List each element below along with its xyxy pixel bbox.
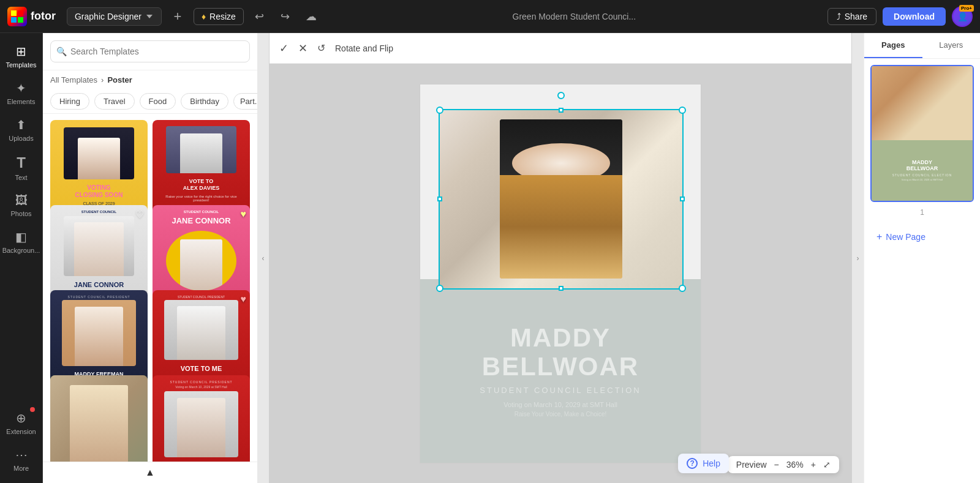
canvas-document: MADDY BELLWOAR STUDENT COUNCIL ELECTION … [420, 84, 701, 463]
topbar: fotor Graphic Designer + ♦ Resize ↩ ↪ ☁ … [0, 0, 980, 33]
new-page-button[interactable]: + New Page [872, 227, 973, 247]
undo-button[interactable]: ↩ [250, 7, 270, 26]
confirm-button[interactable]: ✓ [279, 42, 288, 55]
tag-birthday[interactable]: Birthday [181, 93, 228, 110]
elements-icon: ✦ [16, 81, 26, 95]
resize-button[interactable]: ♦ Resize [194, 8, 244, 25]
template-panel: 🔍 All Templates › Poster Hiring Travel F… [43, 33, 257, 483]
designer-dropdown-button[interactable]: Graphic Designer [67, 7, 162, 26]
more-icon: ⋯ [15, 447, 28, 462]
avatar-badge: Pro+ [959, 5, 974, 12]
redo-button[interactable]: ↪ [276, 7, 295, 26]
fotor-logo: fotor [7, 7, 56, 26]
main-layout: ⊞ Templates ✦ Elements ⬆ Uploads T Text … [0, 33, 980, 483]
extension-icon: ⊕ [16, 411, 26, 425]
tab-layers[interactable]: Layers [922, 33, 981, 58]
canvas-name-line1: MADDY [510, 324, 611, 352]
page-number: 1 [864, 208, 980, 219]
sidebar-label-more: More [13, 465, 29, 472]
canvas-voting-text: Voting on March 10, 2029 at SMT Hall [503, 401, 617, 408]
card-6-heart: ♥ [241, 294, 247, 305]
tag-food[interactable]: Food [140, 93, 176, 110]
thumb-subtitle: STUDENT COUNCIL ELECTION [892, 173, 952, 177]
new-page-label: New Page [886, 232, 925, 242]
tag-more-button[interactable]: Part... [233, 93, 257, 110]
zoom-expand-icon[interactable]: ⤢ [823, 460, 831, 470]
fotor-logo-text: fotor [31, 10, 56, 23]
sidebar-item-templates[interactable]: ⊞ Templates [3, 39, 40, 73]
photos-icon: 🖼 [15, 193, 28, 208]
help-label: Help [703, 459, 720, 468]
designer-label: Graphic Designer [75, 12, 141, 21]
svg-rect-1 [18, 10, 23, 16]
sidebar-item-text[interactable]: T Text [3, 149, 40, 186]
uploads-icon: ⬆ [16, 118, 26, 132]
tag-hiring[interactable]: Hiring [50, 93, 89, 110]
sidebar-item-background[interactable]: ◧ Backgroun... [3, 225, 40, 259]
text-icon: T [17, 154, 26, 171]
thumb-name: MADDY BELLWOAR [907, 160, 938, 172]
search-icon: 🔍 [56, 47, 67, 56]
sidebar-item-extension[interactable]: ⊕ Extension [3, 406, 40, 440]
zoom-minus-button[interactable]: − [774, 460, 779, 470]
cancel-edit-button[interactable]: ✕ [298, 42, 307, 55]
sidebar-label-text: Text [15, 174, 27, 181]
sidebar-item-photos[interactable]: 🖼 Photos [3, 189, 40, 222]
canvas-raise-text: Raise Your Voice, Make a Choice! [514, 411, 607, 417]
help-button[interactable]: ? Help [678, 454, 729, 473]
selected-image[interactable] [439, 109, 684, 290]
thumb-text-area: MADDY BELLWOAR STUDENT COUNCIL ELECTION … [872, 140, 973, 201]
template-grid: VOTINGCLOSING SOON CLASS OF 2029 VOTE TO… [43, 114, 257, 462]
zoom-plus-button[interactable]: + [811, 460, 816, 470]
thumb-image: MADDY BELLWOAR STUDENT COUNCIL ELECTION … [872, 66, 973, 201]
thumb-photo-area [872, 66, 973, 140]
right-panel: Pages Layers MADDY BELLWOAR STUDENT COUN… [864, 33, 980, 483]
sidebar-item-uploads[interactable]: ⬆ Uploads [3, 113, 40, 147]
avatar[interactable]: 👤 Pro+ [952, 6, 973, 27]
sidebar-label-photos: Photos [10, 210, 31, 217]
right-panel-collapse-button[interactable]: › [851, 33, 864, 483]
card-3-heart: ♡ [135, 209, 144, 220]
panel-collapse-button[interactable]: ‹ [257, 33, 270, 483]
panel-collapse-icon: ‹ [262, 254, 265, 263]
breadcrumb-chevron: › [101, 75, 104, 84]
sidebar-label-elements: Elements [7, 98, 36, 105]
zoom-percent: 36% [786, 460, 804, 470]
collapse-arrow-icon: ▲ [145, 467, 155, 478]
breadcrumb-current: Poster [107, 75, 132, 84]
breadcrumb-all-link[interactable]: All Templates [50, 75, 97, 84]
page-thumbnail[interactable]: MADDY BELLWOAR STUDENT COUNCIL ELECTION … [870, 65, 974, 202]
background-icon: ◧ [15, 230, 27, 244]
canvas-body: MADDY BELLWOAR STUDENT COUNCIL ELECTION … [270, 64, 851, 483]
sidebar-label-templates: Templates [6, 61, 36, 69]
add-page-button[interactable]: + [168, 7, 187, 26]
cloud-save-button[interactable]: ☁ [301, 7, 321, 26]
toolbar-bar: ✓ ✕ ↺ Rotate and Flip [270, 33, 851, 64]
left-sidebar: ⊞ Templates ✦ Elements ⬆ Uploads T Text … [0, 33, 43, 483]
preview-label[interactable]: Preview [736, 460, 767, 470]
sidebar-item-elements[interactable]: ✦ Elements [3, 76, 40, 110]
thumb-voting: Voting on March 10, 2029 at SMT Hall [902, 178, 943, 181]
new-page-plus-icon: + [876, 231, 882, 242]
right-tabs: Pages Layers [864, 33, 980, 59]
download-button[interactable]: Download [883, 7, 946, 26]
template-card-8[interactable]: STUDENT COUNCIL PRESIDENT Voting on Marc… [153, 375, 250, 462]
svg-rect-0 [11, 10, 17, 16]
canvas-subtitle: STUDENT COUNCIL ELECTION [480, 386, 641, 395]
canvas-name-line2: BELLWOAR [482, 353, 639, 381]
sidebar-item-more[interactable]: ⋯ More [3, 443, 40, 477]
panel-collapse-bottom[interactable]: ▲ [43, 462, 257, 483]
tag-travel[interactable]: Travel [94, 93, 135, 110]
rotate-flip-label[interactable]: Rotate and Flip [335, 43, 393, 53]
sidebar-label-extension: Extension [6, 428, 36, 435]
resize-label: Resize [209, 12, 236, 21]
card-4-heart: ♥ [241, 209, 247, 220]
svg-rect-2 [11, 17, 17, 23]
help-icon: ? [687, 458, 698, 469]
tab-pages[interactable]: Pages [864, 33, 922, 58]
share-button[interactable]: ⤴ Share [827, 8, 876, 25]
template-card-7[interactable]: MADDYBELLWOAR STUDENT COUNCIL ELECTION V… [50, 375, 148, 462]
search-input[interactable] [50, 40, 250, 62]
right-panel-collapse-icon: › [857, 254, 859, 263]
sidebar-label-background: Backgroun... [2, 247, 40, 254]
